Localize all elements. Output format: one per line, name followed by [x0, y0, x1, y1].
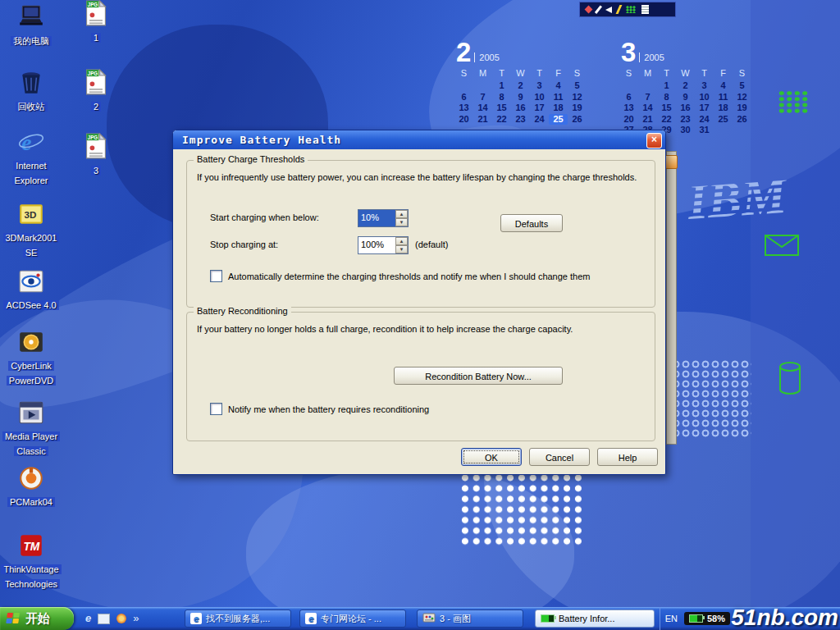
- auto-determine-checkbox-label: Automatically determine the charging thr…: [228, 272, 590, 281]
- recondition-battery-button[interactable]: Recondition Battery Now...: [394, 367, 563, 385]
- desktop-icon-internet-explorer[interactable]: e Internet Explorer: [0, 128, 62, 187]
- desktop-icon-thinkvantage[interactable]: TM ThinkVantage Technologies: [0, 532, 62, 591]
- quick-launch-more-chevron[interactable]: »: [133, 612, 139, 625]
- desktop-icon-media-player-classic[interactable]: Media Player Classic: [0, 399, 62, 458]
- desktop-icon-powerdvd[interactable]: CyberLink PowerDVD: [0, 328, 62, 387]
- spin-up-button[interactable]: ▲: [395, 210, 408, 218]
- icon-label: 3DMark2001 SE: [3, 233, 60, 258]
- default-suffix-label: (default): [415, 236, 448, 253]
- desktop-icon-my-computer[interactable]: 我的电脑: [0, 3, 62, 48]
- calendar-cell: 15: [492, 103, 511, 114]
- desktop-icon-3dmark2001[interactable]: 3D 3DMark2001 SE: [0, 200, 62, 259]
- calendar-cell: 7: [638, 92, 657, 103]
- wallpaper-dot-grid: [459, 472, 584, 548]
- start-charging-label: Start charging when below:: [210, 209, 319, 226]
- keypad-tool-icon[interactable]: [626, 6, 636, 13]
- calendar-cell: 7: [473, 92, 492, 103]
- calendar-cell: 18: [714, 103, 733, 114]
- desktop-icon-pcmark04[interactable]: PCMark04: [0, 464, 62, 509]
- calendar-cell: 13: [619, 103, 638, 114]
- calendar-cell: 21: [638, 114, 657, 126]
- calendar-cell: 20: [619, 114, 638, 126]
- calendar-cell: [638, 80, 657, 92]
- dialog-titlebar[interactable]: Improve Battery Health ×: [173, 130, 665, 149]
- pen-tool-icon[interactable]: [595, 5, 602, 13]
- calendar-day-header: W: [511, 68, 530, 80]
- desktop-file-3[interactable]: JPG 3: [65, 133, 127, 177]
- media-player-icon[interactable]: [116, 614, 126, 623]
- calendar-cell: 18: [549, 103, 568, 114]
- start-charging-value[interactable]: 10%: [358, 210, 395, 226]
- calendar-day-header: W: [676, 68, 695, 80]
- icon-label: ThinkVantage Technologies: [1, 564, 61, 589]
- desktop-icon-acdsee[interactable]: ACDSee 4.0: [0, 267, 62, 312]
- thresholds-description: If you infrequently use battery power, y…: [197, 172, 646, 182]
- calendar-cell: 24: [530, 114, 549, 126]
- stop-charging-value[interactable]: 100%: [358, 237, 395, 253]
- defaults-button[interactable]: Defaults: [500, 214, 563, 232]
- battery-meter[interactable]: 58%: [684, 612, 730, 625]
- calendar-cell: 16: [511, 103, 530, 114]
- calendar-cell: 8: [492, 92, 511, 103]
- calendar-cell: 22: [492, 114, 511, 126]
- icon-label: 2: [91, 102, 101, 112]
- calendar-february: 2 2005 SMTWTFS 1234567891011121314151617…: [454, 41, 587, 125]
- thinkvantage-icon: TM: [17, 532, 45, 559]
- calendar-day-header: T: [695, 68, 714, 80]
- calendar-cell: 13: [454, 103, 473, 114]
- task-button-battery-information[interactable]: Battery Infor...: [535, 609, 655, 628]
- stop-charging-spinner[interactable]: 100% ▲ ▼: [358, 236, 409, 254]
- calendar-cell: 2: [676, 80, 695, 92]
- taskbar: 开始 e » e 找不到服务器,... e 专门网论坛 - ... 3 - 画图…: [0, 607, 840, 630]
- start-button[interactable]: 开始: [0, 607, 74, 630]
- media-player-classic-icon: [17, 399, 45, 427]
- calendar-day-header: S: [619, 68, 638, 80]
- battery-reconditioning-group: Battery Reconditioning If your battery n…: [186, 312, 655, 441]
- calendar-month-header: 2 2005: [456, 41, 587, 64]
- desktop-file-2[interactable]: JPG 2: [65, 69, 127, 113]
- calendar-cell: [733, 125, 751, 136]
- calendar-day-header: F: [549, 68, 568, 80]
- jpg-badge: JPG: [88, 71, 98, 76]
- battery-icon: [689, 614, 703, 623]
- help-button[interactable]: Help: [597, 448, 658, 466]
- task-button-server-not-found[interactable]: e 找不到服务器,...: [185, 609, 291, 628]
- paint-icon: [422, 611, 436, 626]
- language-indicator[interactable]: EN: [665, 614, 678, 623]
- speaker-tool-icon[interactable]: [605, 7, 612, 13]
- spin-down-button[interactable]: ▼: [395, 218, 408, 226]
- cancel-button[interactable]: Cancel: [529, 448, 590, 466]
- spin-down-button[interactable]: ▼: [395, 245, 408, 253]
- calendar-day-header: M: [638, 68, 657, 80]
- calendar-cell: 17: [695, 103, 714, 114]
- lightning-tool-icon[interactable]: [615, 5, 622, 14]
- calendar-cell: 10: [530, 92, 549, 103]
- jpg-file-icon: JPG: [82, 0, 110, 28]
- calendar-month-header: 3 2005: [621, 41, 751, 64]
- document-tool-icon[interactable]: [641, 5, 649, 14]
- task-button-forum[interactable]: e 专门网论坛 - ...: [299, 609, 406, 628]
- calendar-day-header: T: [657, 68, 676, 80]
- desktop-file-1[interactable]: JPG 1: [65, 0, 127, 44]
- calendar-cell: [454, 80, 473, 92]
- diamond-tool-icon[interactable]: [585, 6, 593, 14]
- start-charging-spinner[interactable]: 10% ▲ ▼: [358, 209, 409, 227]
- show-desktop-icon[interactable]: [98, 614, 110, 624]
- calendar-cell: 11: [549, 92, 568, 103]
- task-button-paint[interactable]: 3 - 画图: [417, 609, 523, 628]
- ok-button[interactable]: OK: [461, 448, 522, 466]
- calendar-day-header: S: [568, 68, 587, 80]
- notify-reconditioning-checkbox[interactable]: [210, 403, 222, 415]
- acdsee-icon: [17, 267, 45, 295]
- auto-determine-checkbox[interactable]: [210, 270, 222, 282]
- notify-reconditioning-checkbox-row: Notify me when the battery requires reco…: [210, 403, 645, 415]
- desktop-icon-recycle-bin[interactable]: 回收站: [0, 69, 62, 113]
- spin-up-button[interactable]: ▲: [395, 237, 408, 245]
- quick-launch-ie-icon[interactable]: e: [85, 612, 91, 625]
- calendar-cell: 25: [714, 114, 733, 126]
- calendar-cell: 23: [676, 114, 695, 126]
- icon-label: Media Player Classic: [2, 431, 60, 456]
- close-button[interactable]: ×: [646, 133, 662, 148]
- battery-icon: [541, 614, 555, 623]
- calendar-cell: 16: [676, 103, 695, 114]
